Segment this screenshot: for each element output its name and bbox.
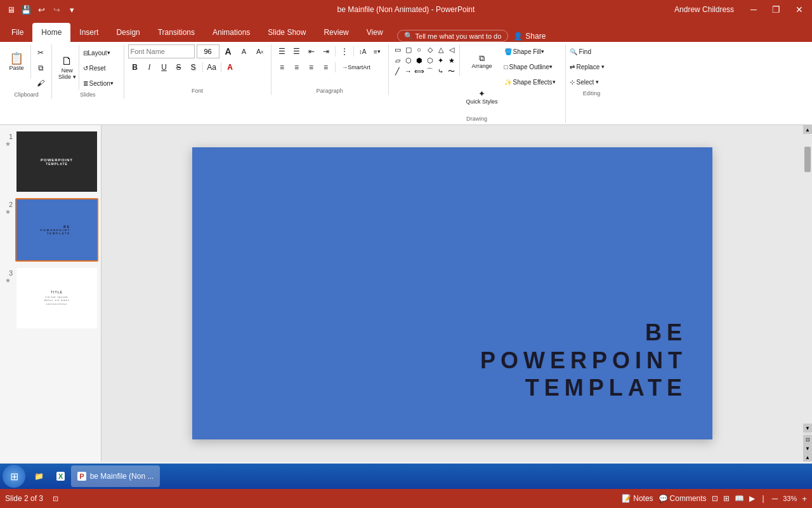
scroll-thumb[interactable] xyxy=(804,147,811,172)
underline-button[interactable]: U xyxy=(157,60,171,74)
text-direction-button[interactable]: ↕A xyxy=(356,44,370,58)
find-button[interactable]: 🔍 Find xyxy=(570,44,614,58)
replace-button[interactable]: ⇄ Replace xyxy=(570,60,614,74)
bullets-button[interactable]: ☰ xyxy=(275,44,289,58)
align-text-button[interactable]: ≡ xyxy=(370,44,384,58)
shape-hex[interactable]: ⬢ xyxy=(414,55,424,65)
tab-design[interactable]: Design xyxy=(107,23,148,42)
font-name-input[interactable] xyxy=(128,44,195,58)
tab-animations[interactable]: Animations xyxy=(204,23,259,42)
restore-button[interactable]: ❐ xyxy=(768,3,784,16)
font-shrink-button[interactable]: A xyxy=(237,44,251,58)
taskbar-excel[interactable]: X xyxy=(50,465,71,487)
decrease-indent-button[interactable]: ⇤ xyxy=(304,44,318,58)
shape-freeform[interactable]: 〜 xyxy=(447,66,457,76)
customize-icon[interactable]: ▾ xyxy=(66,4,77,15)
shape-rrect[interactable]: ▢ xyxy=(403,44,414,55)
shape-effects-button[interactable]: ✨ Shape Effects xyxy=(504,75,561,89)
v-scrollbar[interactable]: ▲ ▼ ⊡ ▼ ▲ xyxy=(803,125,812,462)
next-slide-button[interactable]: ▼ xyxy=(803,444,812,453)
new-slide-button[interactable]: 🗋 NewSlide ▾ xyxy=(56,44,79,90)
scroll-track[interactable] xyxy=(803,134,812,424)
align-center-button[interactable]: ≡ xyxy=(290,60,304,74)
shape-star4[interactable]: ✦ xyxy=(436,55,446,65)
shape-tri[interactable]: △ xyxy=(436,44,446,55)
shape-outline-button[interactable]: □ Shape Outline xyxy=(504,60,561,74)
increase-indent-button[interactable]: ⇥ xyxy=(319,44,333,58)
reading-view-button[interactable]: 📖 xyxy=(735,494,744,503)
tab-insert[interactable]: Insert xyxy=(70,23,107,42)
italic-button[interactable]: I xyxy=(143,60,157,74)
columns-button[interactable]: ⋮ xyxy=(337,44,351,58)
quick-styles-button[interactable]: ✦ Quick Styles xyxy=(464,80,501,114)
tab-transitions[interactable]: Transitions xyxy=(149,23,204,42)
shape-barrow[interactable]: ⟺ xyxy=(414,66,424,76)
shape-trap[interactable]: ⬡ xyxy=(403,55,414,65)
align-left-button[interactable]: ≡ xyxy=(275,60,289,74)
undo-icon[interactable]: ↩ xyxy=(36,4,47,15)
section-button[interactable]: ≣ Section xyxy=(82,76,120,90)
slide-canvas[interactable]: BE POWERPOINT TEMPLATE xyxy=(192,147,712,439)
format-painter-button[interactable]: 🖌 xyxy=(34,76,48,90)
slide-thumb-1[interactable]: POWERPOINT TEMPLATE xyxy=(15,130,98,193)
tab-view[interactable]: View xyxy=(358,23,392,42)
prev-slide-button[interactable]: ▲ xyxy=(803,453,812,462)
slide-thumb-3[interactable]: TITLE Lorem ipsumdolor sit ametconsectet… xyxy=(15,267,98,330)
save-icon[interactable]: 💾 xyxy=(20,4,32,15)
windows-start-button[interactable]: ⊞ xyxy=(3,465,25,488)
align-right-button[interactable]: ≡ xyxy=(304,60,318,74)
zoom-in-button[interactable]: + xyxy=(802,494,807,504)
shape-star5[interactable]: ★ xyxy=(447,55,457,65)
reset-button[interactable]: ↺ Reset xyxy=(82,61,120,75)
font-size-input[interactable] xyxy=(197,44,219,58)
share-button[interactable]: 👤 Share xyxy=(508,30,551,42)
fit-slide-button[interactable]: ⊡ xyxy=(803,435,812,444)
clear-format-button[interactable]: Ax xyxy=(253,44,267,58)
tell-me-button[interactable]: 🔍 Tell me what you want to do xyxy=(397,30,509,42)
slide-sorter-button[interactable]: ⊞ xyxy=(723,494,730,503)
copy-button[interactable]: ⧉ xyxy=(34,61,48,75)
minimize-button[interactable]: ─ xyxy=(747,3,761,16)
paste-button[interactable]: 📋 Paste xyxy=(5,44,28,79)
shape-oval[interactable]: ○ xyxy=(414,44,424,55)
notes-button[interactable]: 📝 Notes xyxy=(622,494,653,503)
font-grow-button[interactable]: A xyxy=(221,44,235,58)
tab-slideshow[interactable]: Slide Show xyxy=(259,23,315,42)
shape-rect[interactable]: ▭ xyxy=(393,44,403,55)
slide-thumb-2[interactable]: BE POWERPOINT TEMPLATE xyxy=(15,198,98,261)
cut-button[interactable]: ✂ xyxy=(34,46,48,60)
slide-item-3[interactable]: 3 ★ TITLE Lorem ipsumdolor sit ametconse… xyxy=(3,267,98,330)
comments-button[interactable]: 💬 Comments xyxy=(658,494,707,503)
justify-button[interactable]: ≡ xyxy=(319,60,333,74)
taskbar-explorer[interactable]: 📁 xyxy=(28,465,50,487)
font-color-button[interactable]: A xyxy=(223,60,237,74)
shape-curve[interactable]: ⌒ xyxy=(425,66,435,76)
select-button[interactable]: ⊹ Select xyxy=(570,75,614,89)
shape-fill-button[interactable]: 🪣 Shape Fill xyxy=(504,44,561,58)
taskbar-powerpoint[interactable]: P be Mainfile (Non ... xyxy=(71,465,160,487)
fit-slide-status-button[interactable]: ⊡ xyxy=(48,491,62,505)
tab-review[interactable]: Review xyxy=(315,23,357,42)
strikethrough-button[interactable]: S xyxy=(172,60,186,74)
slide-item-2[interactable]: 2 ★ BE POWERPOINT TEMPLATE xyxy=(3,198,98,261)
smartart-button[interactable]: →SmartArt xyxy=(337,60,376,74)
shape-diamond[interactable]: ◇ xyxy=(425,44,435,55)
shape-conn[interactable]: ⤷ xyxy=(436,66,446,76)
slide-item-1[interactable]: 1 ★ POWERPOINT TEMPLATE xyxy=(3,130,98,193)
shape-para[interactable]: ▱ xyxy=(393,55,403,65)
bold-button[interactable]: B xyxy=(128,60,142,74)
slideshow-button[interactable]: ▶ xyxy=(749,494,755,503)
scroll-down-button[interactable]: ▼ xyxy=(803,424,812,432)
tab-home[interactable]: Home xyxy=(32,23,70,42)
shape-arrow[interactable]: → xyxy=(403,66,414,76)
zoom-out-button[interactable]: ─ xyxy=(772,494,778,504)
normal-view-button[interactable]: ⊡ xyxy=(712,494,718,503)
shape-rtri[interactable]: ◁ xyxy=(447,44,457,55)
close-button[interactable]: ✕ xyxy=(792,3,807,16)
shape-oct[interactable]: ⬡ xyxy=(425,55,435,65)
shape-line[interactable]: ╱ xyxy=(393,66,403,76)
scroll-up-button[interactable]: ▲ xyxy=(803,125,812,134)
numbering-button[interactable]: ☰ xyxy=(290,44,304,58)
shadow-button[interactable]: S xyxy=(187,60,200,74)
tab-file[interactable]: File xyxy=(3,23,32,42)
